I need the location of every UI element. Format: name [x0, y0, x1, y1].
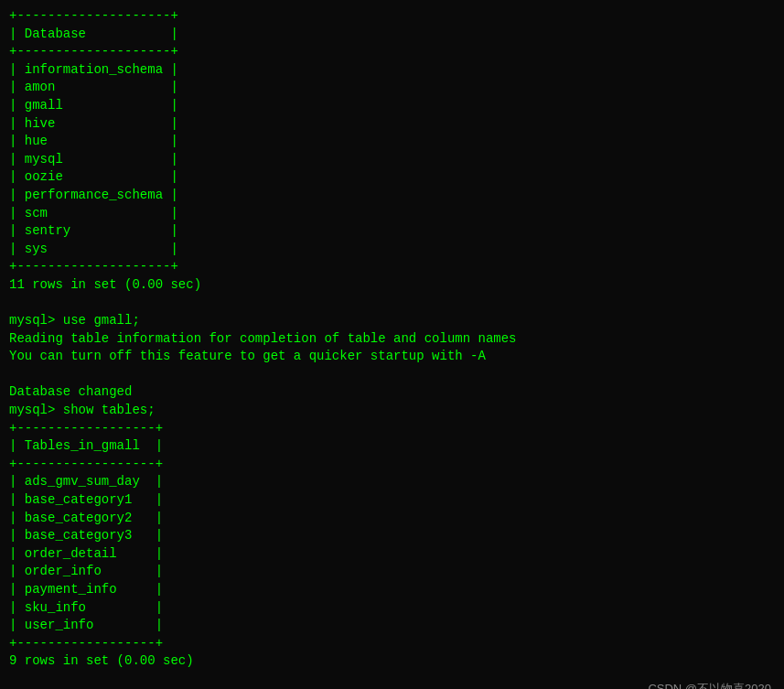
- terminal-output: +--------------------+ | Database | +---…: [9, 7, 775, 689]
- watermark: CSDN @不以物喜2020: [648, 681, 771, 689]
